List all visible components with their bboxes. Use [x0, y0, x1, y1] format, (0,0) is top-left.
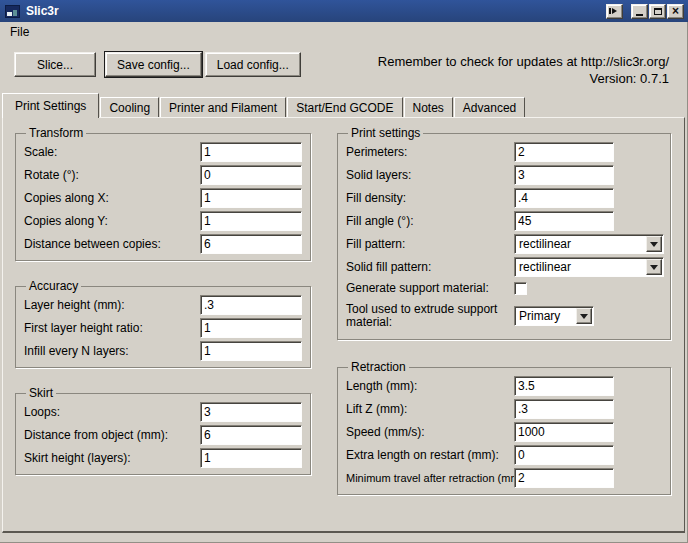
chevron-down-icon: [650, 242, 658, 247]
loops-row: Loops:: [24, 402, 302, 422]
extra-length-restart-input[interactable]: [514, 445, 614, 465]
support-tool-label: Tool used to extrude support material:: [346, 303, 514, 329]
generate-support-checkbox[interactable]: [514, 282, 527, 295]
solid-fill-pattern-row: Solid fill pattern: rectilinear: [346, 257, 664, 277]
dropdown-arrow-icon[interactable]: [646, 236, 662, 252]
app-window: Slic3r × File Slice... Save config... Lo…: [0, 0, 688, 543]
load-config-button[interactable]: Load config...: [205, 52, 301, 77]
scale-row: Scale:: [24, 142, 302, 162]
infill-every-n-layers-input[interactable]: [200, 341, 302, 361]
solid-layers-row: Solid layers:: [346, 165, 664, 185]
save-config-button[interactable]: Save config...: [105, 52, 202, 77]
menu-file[interactable]: File: [4, 23, 35, 41]
skirt-legend: Skirt: [26, 386, 56, 400]
slice-button[interactable]: Slice...: [14, 52, 96, 77]
solid-layers-input[interactable]: [514, 165, 614, 185]
fill-density-input[interactable]: [514, 188, 614, 208]
first-layer-ratio-label: First layer height ratio:: [24, 321, 200, 335]
layer-height-input[interactable]: [200, 295, 302, 315]
skirt-group: Skirt Loops: Distance from object (mm): …: [15, 386, 311, 475]
layer-height-label: Layer height (mm):: [24, 298, 200, 312]
retraction-group: Retraction Length (mm): Lift Z (mm): Spe…: [337, 360, 671, 495]
retraction-length-input[interactable]: [514, 376, 614, 396]
rotate-input[interactable]: [200, 165, 302, 185]
solid-layers-label: Solid layers:: [346, 168, 514, 182]
fill-pattern-select[interactable]: rectilinear: [514, 234, 664, 254]
first-layer-height-ratio-input[interactable]: [200, 318, 302, 338]
menubar: File: [0, 22, 688, 42]
lift-z-input[interactable]: [514, 399, 614, 419]
fill-angle-row: Fill angle (°):: [346, 211, 664, 231]
right-column: Print settings Perimeters: Solid layers:…: [337, 126, 671, 531]
distance-from-object-input[interactable]: [200, 425, 302, 445]
copies-along-x-input[interactable]: [200, 188, 302, 208]
copies-y-row: Copies along Y:: [24, 211, 302, 231]
rotate-label: Rotate (°):: [24, 168, 200, 182]
copies-along-y-input[interactable]: [200, 211, 302, 231]
first-layer-ratio-row: First layer height ratio:: [24, 318, 302, 338]
left-column: Transform Scale: Rotate (°): Copies alon…: [15, 126, 311, 531]
perimeters-input[interactable]: [514, 142, 614, 162]
update-notice-text: Remember to check for updates at http://…: [378, 53, 669, 70]
titlebar[interactable]: Slic3r ×: [0, 0, 688, 22]
perimeters-row: Perimeters:: [346, 142, 664, 162]
transform-legend: Transform: [26, 126, 86, 140]
infill-every-row: Infill every N layers:: [24, 341, 302, 361]
dropdown-arrow-icon[interactable]: [646, 259, 662, 275]
support-tool-row: Tool used to extrude support material: P…: [346, 299, 664, 333]
skirt-distance-row: Distance from object (mm):: [24, 425, 302, 445]
window-controls: ×: [606, 4, 684, 19]
lift-z-label: Lift Z (mm):: [346, 402, 514, 416]
tab-cooling[interactable]: Cooling: [100, 97, 159, 117]
window-menu-button[interactable]: [606, 4, 623, 19]
retraction-speed-label: Speed (mm/s):: [346, 425, 514, 439]
copies-y-label: Copies along Y:: [24, 214, 200, 228]
fill-pattern-value: rectilinear: [515, 237, 646, 251]
solid-fill-pattern-select[interactable]: rectilinear: [514, 257, 664, 277]
copy-distance-label: Distance between copies:: [24, 237, 200, 251]
rotate-row: Rotate (°):: [24, 165, 302, 185]
skirt-height-row: Skirt height (layers):: [24, 448, 302, 468]
window-menu-icon: [612, 8, 617, 14]
close-button[interactable]: ×: [667, 4, 684, 19]
retraction-length-row: Length (mm):: [346, 376, 664, 396]
app-icon: [5, 5, 20, 18]
skirt-height-input[interactable]: [200, 448, 302, 468]
print-settings-group: Print settings Perimeters: Solid layers:…: [337, 126, 671, 340]
perimeters-label: Perimeters:: [346, 145, 514, 159]
min-travel-label: Minimum travel after retraction (mm):: [346, 472, 514, 484]
accuracy-legend: Accuracy: [26, 279, 81, 293]
tab-notes[interactable]: Notes: [404, 97, 453, 117]
retraction-speed-row: Speed (mm/s):: [346, 422, 664, 442]
dropdown-arrow-icon[interactable]: [576, 308, 592, 324]
tab-printer-and-filament[interactable]: Printer and Filament: [160, 97, 286, 117]
maximize-button[interactable]: [649, 4, 666, 19]
lift-z-row: Lift Z (mm):: [346, 399, 664, 419]
copies-x-row: Copies along X:: [24, 188, 302, 208]
minimize-button[interactable]: [631, 4, 648, 19]
extra-restart-row: Extra length on restart (mm):: [346, 445, 664, 465]
chevron-down-icon: [650, 265, 658, 270]
tab-start-end-gcode[interactable]: Start/End GCODE: [287, 97, 402, 117]
extra-restart-label: Extra length on restart (mm):: [346, 448, 514, 462]
print-settings-legend: Print settings: [348, 126, 423, 140]
tab-print-settings[interactable]: Print Settings: [2, 93, 99, 118]
solid-fill-pattern-label: Solid fill pattern:: [346, 260, 514, 274]
min-travel-input[interactable]: [514, 468, 614, 488]
distance-between-copies-input[interactable]: [200, 234, 302, 254]
fill-angle-input[interactable]: [514, 211, 614, 231]
print-settings-page: Transform Scale: Rotate (°): Copies alon…: [2, 117, 685, 533]
loops-input[interactable]: [200, 402, 302, 422]
generate-support-label: Generate support material:: [346, 281, 514, 295]
retraction-speed-input[interactable]: [514, 422, 614, 442]
scale-input[interactable]: [200, 142, 302, 162]
support-tool-select[interactable]: Primary: [514, 306, 594, 326]
fill-angle-label: Fill angle (°):: [346, 214, 514, 228]
tab-advanced[interactable]: Advanced: [454, 97, 525, 117]
transform-group: Transform Scale: Rotate (°): Copies alon…: [15, 126, 311, 261]
copies-x-label: Copies along X:: [24, 191, 200, 205]
chevron-down-icon: [580, 314, 588, 319]
fill-density-label: Fill density:: [346, 191, 514, 205]
fill-pattern-row: Fill pattern: rectilinear: [346, 234, 664, 254]
copy-distance-row: Distance between copies:: [24, 234, 302, 254]
